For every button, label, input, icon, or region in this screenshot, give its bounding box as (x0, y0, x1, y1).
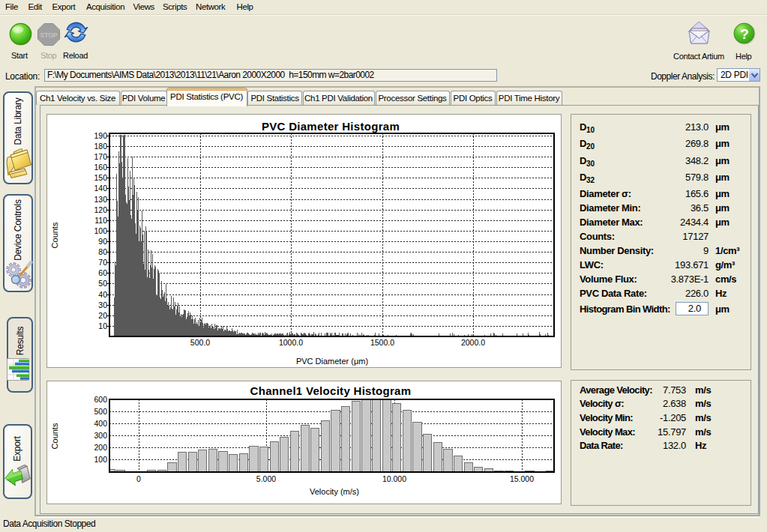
svg-text:2000.0: 2000.0 (461, 338, 485, 347)
svg-text:STOP: STOP (40, 31, 58, 39)
svg-text:170: 170 (94, 152, 107, 161)
svg-text:Velocity (m/s): Velocity (m/s) (310, 487, 359, 496)
svg-text:1000.0: 1000.0 (279, 338, 303, 347)
svg-text:160: 160 (94, 163, 107, 172)
svg-text:Counts: Counts (50, 423, 59, 449)
svg-text:10: 10 (98, 321, 107, 330)
svg-text:500: 500 (94, 407, 107, 416)
svg-text:100: 100 (94, 455, 107, 464)
svg-text:0: 0 (136, 474, 141, 483)
svg-text:300: 300 (94, 431, 107, 440)
svg-text:140: 140 (94, 184, 107, 193)
svg-text:1500.0: 1500.0 (370, 338, 394, 347)
svg-text:120: 120 (94, 205, 107, 214)
svg-text:110: 110 (94, 216, 107, 225)
svg-text:40: 40 (98, 290, 107, 299)
svg-text:50: 50 (98, 279, 107, 288)
svg-text:100: 100 (94, 226, 107, 235)
svg-text:200: 200 (94, 443, 107, 452)
svg-text:15.000: 15.000 (510, 474, 534, 483)
svg-text:20: 20 (98, 311, 107, 320)
svg-text:400: 400 (94, 419, 107, 428)
svg-text:70: 70 (98, 258, 107, 267)
svg-text:Counts: Counts (50, 222, 59, 248)
svg-text:150: 150 (94, 173, 107, 182)
svg-text:80: 80 (98, 247, 107, 256)
svg-text:5.000: 5.000 (256, 474, 276, 483)
svg-text:500.0: 500.0 (190, 338, 210, 347)
svg-text:10.000: 10.000 (382, 474, 406, 483)
svg-text:?: ? (740, 26, 749, 42)
svg-text:Channel1 Velocity Histogram: Channel1 Velocity Histogram (250, 384, 412, 397)
svg-text:190: 190 (94, 131, 107, 140)
svg-text:130: 130 (94, 195, 107, 204)
svg-text:60: 60 (98, 268, 107, 277)
svg-text:30: 30 (98, 300, 107, 309)
svg-text:PVC Diameter Histogram: PVC Diameter Histogram (262, 120, 400, 133)
svg-text:90: 90 (98, 237, 107, 246)
svg-text:PVC Diameter (μm): PVC Diameter (μm) (296, 357, 368, 366)
svg-text:180: 180 (94, 142, 107, 151)
svg-text:600: 600 (94, 395, 107, 404)
